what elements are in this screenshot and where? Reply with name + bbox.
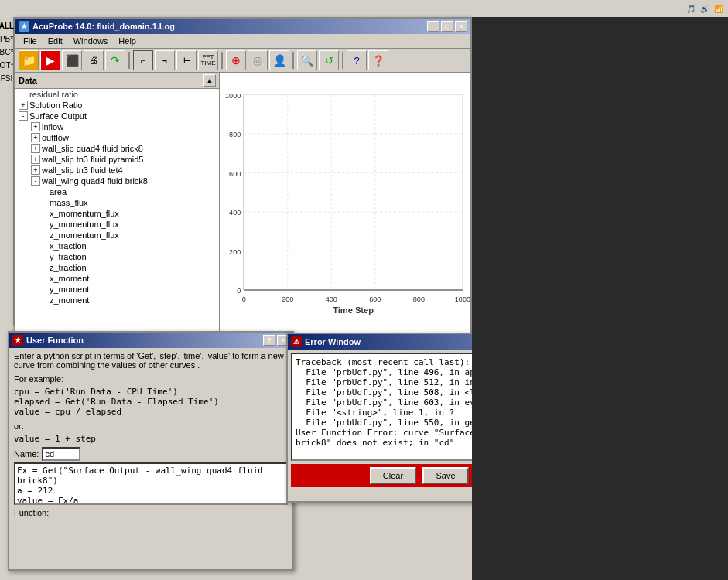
toolbar-sep-4 — [342, 52, 343, 69]
expand-icon-wall-slip-tn3-tet[interactable]: + — [31, 165, 40, 175]
menu-windows[interactable]: Windows — [69, 36, 113, 46]
toolbar-btn-search[interactable]: 🔍 — [297, 50, 317, 70]
close-button[interactable]: × — [455, 21, 467, 32]
expand-icon-wall-slip-quad4[interactable]: + — [31, 144, 40, 153]
uf-function-label: Function: — [9, 507, 292, 519]
toolbar-btn-print[interactable]: 🖨 — [84, 50, 104, 70]
tree-item-area[interactable]: area — [15, 186, 219, 197]
toolbar-btn-red[interactable]: ▶ — [40, 50, 60, 70]
menu-help[interactable]: Help — [114, 36, 141, 46]
tree-item-wall-wing[interactable]: - wall_wing quad4 fluid brick8 — [15, 176, 219, 186]
uf-help-button[interactable]: ? — [263, 335, 275, 346]
sidebar-label-fsi[interactable]: FSI — [0, 73, 13, 84]
toolbar-btn-gray[interactable]: ⬛ — [62, 50, 82, 70]
uf-code-line2: elapsed = Get('Run Data - Elapsed Time') — [14, 397, 288, 407]
svg-text:800: 800 — [413, 295, 425, 303]
save-button[interactable]: Save — [422, 467, 469, 484]
sidebar-label-pb[interactable]: PB* — [0, 33, 14, 45]
tree-item-residual[interactable]: residual ratio — [15, 89, 219, 100]
expand-icon-surface[interactable]: - — [19, 111, 28, 121]
chart-area: 1000 800 600 400 200 0 0 200 400 600 800… — [220, 73, 470, 336]
tree-item-label: residual ratio — [29, 90, 78, 99]
expand-icon-outflow[interactable]: + — [31, 133, 40, 142]
svg-text:200: 200 — [282, 295, 293, 303]
svg-text:400: 400 — [229, 209, 241, 217]
taskbar-right: 🎵 🔊 📶 — [472, 0, 728, 17]
toolbar-btn-folder[interactable]: 📁 — [19, 50, 39, 70]
tree-item-label: inflow — [42, 122, 63, 131]
tree-scroll-up[interactable]: ▲ — [203, 74, 216, 87]
tree-item-label: Solution Ratio — [29, 101, 83, 110]
toolbar-btn-l3[interactable]: ⊢ — [176, 50, 197, 70]
maximize-button[interactable]: □ — [441, 21, 453, 32]
toolbar-btn-person[interactable]: 👤 — [269, 50, 289, 70]
tree-header-label: Data — [19, 76, 37, 85]
uf-function-textarea[interactable]: Fx = Get("Surface Output - wall_wing qua… — [14, 462, 288, 505]
expand-icon-inflow[interactable]: + — [31, 122, 40, 131]
uf-icon: ★ — [12, 335, 23, 346]
expand-icon-solution[interactable]: + — [19, 101, 28, 110]
tree-item-label: y_momentum_flux — [50, 220, 119, 229]
taskbar-icon-3[interactable]: 📶 — [713, 3, 725, 15]
tree-item-label: wall_slip tn3 fluid tet4 — [42, 165, 123, 175]
toolbar: 📁 ▶ ⬛ 🖨 ↷ ⌐ ¬ ⊢ FFTTIME ⊕ ◎ 👤 🔍 ↺ ? ❓ — [15, 49, 470, 73]
tree-item-inflow[interactable]: + inflow — [15, 121, 219, 132]
tree-item-label: x_momentum_flux — [50, 209, 119, 218]
tree-item-z-traction[interactable]: z_traction — [15, 262, 219, 273]
menu-bar: File Edit Windows Help — [15, 34, 470, 49]
taskbar-icon-1[interactable]: 🎵 — [685, 3, 697, 15]
tree-item-label: y_traction — [50, 252, 87, 261]
minimize-button[interactable]: _ — [427, 21, 439, 32]
toolbar-btn-refresh[interactable]: ↺ — [319, 50, 339, 70]
tree-item-x-moment[interactable]: x_moment — [15, 273, 219, 284]
sidebar-label-all[interactable]: ALL — [0, 20, 15, 32]
menu-edit[interactable]: Edit — [43, 36, 67, 46]
toolbar-btn-l2[interactable]: ¬ — [155, 50, 175, 70]
tree-item-wall-slip-tn3-tet[interactable]: + wall_slip tn3 fluid tet4 — [15, 165, 219, 176]
main-window-title: AcuProbe 14.0: fluid_domain.1.Log — [32, 22, 175, 31]
svg-text:400: 400 — [326, 295, 337, 303]
tree-item-wall-slip-tn3-pyramid[interactable]: + wall_slip tn3 fluid pyramid5 — [15, 154, 219, 165]
tree-item-z-moment[interactable]: z_moment — [15, 295, 219, 305]
uf-name-input[interactable] — [42, 447, 80, 461]
expand-icon-wall-slip-tn3-pyramid[interactable]: + — [31, 155, 40, 164]
tree-item-label: z_moment — [50, 295, 89, 305]
tree-item-solution[interactable]: + Solution Ratio — [15, 100, 219, 111]
uf-example2: value = 1 + step — [9, 432, 292, 445]
tree-item-x-momentum[interactable]: x_momentum_flux — [15, 208, 219, 219]
tree-item-y-momentum[interactable]: y_momentum_flux — [15, 219, 219, 230]
taskbar-icon-2[interactable]: 🔊 — [699, 3, 711, 15]
tree-item-y-traction[interactable]: y_traction — [15, 251, 219, 262]
expand-icon-wall-wing[interactable]: - — [31, 176, 40, 186]
clear-button[interactable]: Clear — [370, 467, 416, 484]
toolbar-sep-1 — [128, 52, 130, 69]
tree-item-x-traction[interactable]: x_traction — [15, 241, 219, 251]
content-area: Data ▲ residual ratio + Solution Ratio -… — [15, 73, 470, 336]
toolbar-btn-fft[interactable]: FFTTIME — [198, 50, 218, 70]
tree-item-surface[interactable]: - Surface Output — [15, 111, 219, 121]
tree-item-mass-flux[interactable]: mass_flux — [15, 197, 219, 208]
tree-item-outflow[interactable]: + outflow — [15, 132, 219, 143]
error-window-title: Error Window — [305, 337, 361, 346]
tree-item-y-moment[interactable]: y_moment — [15, 284, 219, 295]
sidebar-label-bc[interactable]: BC* — [0, 46, 14, 58]
tree-item-label: x_traction — [50, 241, 87, 251]
menu-file[interactable]: File — [19, 36, 42, 46]
error-icon: ⚠ — [291, 336, 302, 347]
svg-text:0: 0 — [242, 295, 246, 303]
sidebar-label-ot[interactable]: OT* — [0, 60, 14, 71]
toolbar-btn-arrow[interactable]: ↷ — [105, 50, 125, 70]
tree-item-z-momentum[interactable]: z_momentum_flux — [15, 230, 219, 241]
toolbar-btn-circle-gray[interactable]: ◎ — [248, 50, 268, 70]
svg-text:200: 200 — [229, 248, 241, 256]
uf-code-line3: value = cpu / elapsed — [14, 407, 288, 417]
uf-name-label: Name: — [14, 449, 39, 459]
toolbar-btn-help2[interactable]: ❓ — [368, 50, 388, 70]
toolbar-btn-help[interactable]: ? — [347, 50, 367, 70]
tree-item-label: y_moment — [50, 285, 89, 294]
tree-item-wall-slip-quad4[interactable]: + wall_slip quad4 fluid brick8 — [15, 143, 219, 154]
toolbar-btn-circle-red[interactable]: ⊕ — [226, 50, 246, 70]
user-function-title: User Function — [26, 336, 84, 345]
app-icon: ★ — [19, 21, 29, 32]
toolbar-btn-l1[interactable]: ⌐ — [133, 50, 153, 70]
